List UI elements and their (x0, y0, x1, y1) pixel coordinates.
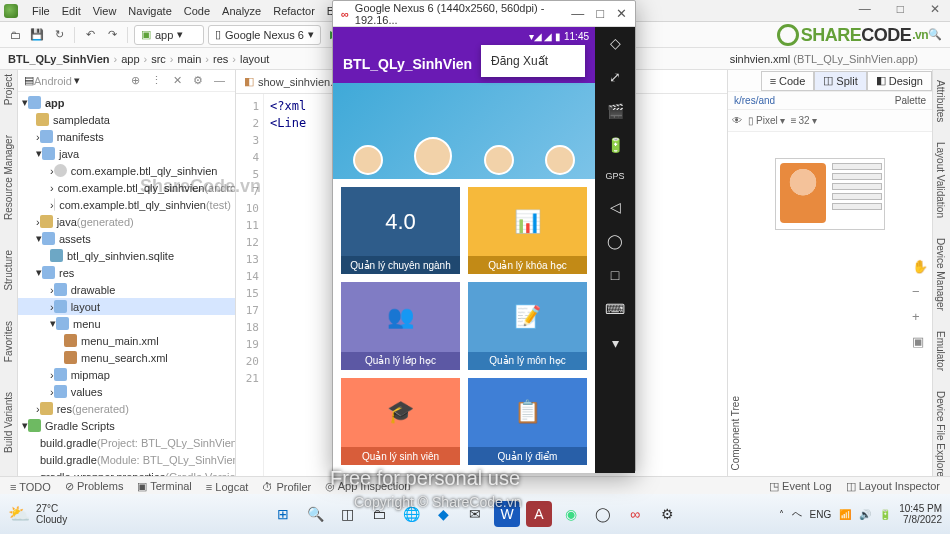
rail-build-variants[interactable]: Build Variants (3, 392, 14, 453)
emu-max-icon[interactable]: □ (596, 6, 604, 21)
tile-diem[interactable]: 📋Quản lý điểm (468, 378, 587, 465)
keyboard-icon[interactable]: ⌨ (605, 301, 625, 317)
rail-palette[interactable]: Palette (895, 95, 926, 106)
rail-device-file-explorer[interactable]: Device File Explorer (933, 381, 948, 490)
hand-icon[interactable]: ✋ (912, 259, 928, 274)
save-icon[interactable]: 💾 (28, 26, 46, 44)
start-icon[interactable]: ⊞ (270, 501, 296, 527)
mode-design[interactable]: ◧Design (867, 71, 932, 91)
rail-resource-manager[interactable]: Resource Manager (3, 135, 14, 220)
tile-lop-hoc[interactable]: 👥Quản lý lớp học (341, 282, 460, 369)
open-icon[interactable]: 🗀 (6, 26, 24, 44)
settings-taskbar-icon[interactable]: ⚙ (654, 501, 680, 527)
crumb-project[interactable]: BTL_QLy_SinhVien (8, 53, 109, 65)
sync-icon[interactable]: ↻ (50, 26, 68, 44)
battery-emu-icon[interactable]: 🔋 (607, 137, 624, 153)
search-taskbar-icon[interactable]: 🔍 (302, 501, 328, 527)
menu-edit[interactable]: Edit (56, 5, 87, 17)
tab-problems[interactable]: ⊘ Problems (65, 480, 124, 493)
rail-component-tree[interactable]: Component Tree (730, 396, 741, 471)
rail-device-manager[interactable]: Device Manager (933, 228, 948, 321)
taskbar-weather[interactable]: ⛅ 27°CCloudy (8, 503, 67, 525)
rail-emulator[interactable]: Emulator (933, 321, 948, 381)
battery-icon[interactable]: 🔋 (879, 509, 891, 520)
panel-tools[interactable]: ⊕ ⋮ ✕ ⚙ — (131, 74, 229, 87)
chrome-icon[interactable]: ◯ (590, 501, 616, 527)
tab-layout-inspector[interactable]: ◫ Layout Inspector (846, 480, 940, 493)
code-icon: ≡ (770, 75, 776, 87)
crumb-main[interactable]: main (178, 53, 202, 65)
menu-code[interactable]: Code (178, 5, 216, 17)
more-icon[interactable]: ▾ (612, 335, 619, 351)
recents-nav-icon[interactable]: □ (611, 267, 619, 283)
rotate-icon[interactable]: ◇ (610, 35, 621, 51)
menu-navigate[interactable]: Navigate (122, 5, 177, 17)
rail-structure[interactable]: Structure (3, 250, 14, 291)
android-studio-taskbar-icon[interactable]: ◉ (558, 501, 584, 527)
emulator-window[interactable]: ∞ Google Nexus 6 (1440x2560, 560dpi) - 1… (332, 0, 636, 472)
crumb-layout[interactable]: layout (240, 53, 269, 65)
emulator-titlebar[interactable]: ∞ Google Nexus 6 (1440x2560, 560dpi) - 1… (333, 1, 635, 27)
gps-icon[interactable]: GPS (605, 171, 624, 181)
rail-project[interactable]: Project (3, 74, 14, 105)
home-nav-icon[interactable]: ◯ (607, 233, 623, 249)
tab-event-log[interactable]: ◳ Event Log (769, 480, 832, 493)
back-nav-icon[interactable]: ◁ (610, 199, 621, 215)
menu-view[interactable]: View (87, 5, 123, 17)
tray-chevron-icon[interactable]: ˄ (779, 509, 784, 520)
zoom-plus-icon[interactable]: + (912, 309, 928, 324)
tray-lang2[interactable]: ENG (810, 509, 832, 520)
window-maximize-icon[interactable]: □ (891, 2, 910, 16)
tab-profiler[interactable]: ⏱ Profiler (262, 481, 311, 493)
tile-chuyen-nganh[interactable]: 4.0Quản lý chuyên ngành (341, 187, 460, 274)
run-config-dropdown[interactable]: ▣ app ▾ (134, 25, 204, 45)
zoom-minus-icon[interactable]: − (912, 284, 928, 299)
fit-icon[interactable]: ▣ (912, 334, 928, 349)
emu-min-icon[interactable]: — (571, 6, 584, 21)
crumb-src[interactable]: src (151, 53, 166, 65)
access-icon[interactable]: A (526, 501, 552, 527)
project-tree[interactable]: ▾app sampledata ›manifests ▾java ›com.ex… (18, 92, 235, 476)
rail-layout-validation[interactable]: Layout Validation (933, 132, 948, 228)
line-gutter: 123 45 7 101112 131415 1718 192021 (236, 94, 264, 476)
phone-screen[interactable]: ▾◢ ◢ ▮ 11:45 BTL_QLy_SinhVien Đăng Xuất … (333, 27, 595, 473)
tab-logcat[interactable]: ≡ Logcat (206, 481, 249, 493)
mode-code[interactable]: ≡Code (761, 71, 815, 91)
device-dropdown[interactable]: ▯ Google Nexus 6 ▾ (208, 25, 321, 45)
wifi-icon[interactable]: 📶 (839, 509, 851, 520)
rail-attributes[interactable]: Attributes (933, 70, 948, 132)
crumb-app[interactable]: app (121, 53, 139, 65)
emu-close-icon[interactable]: ✕ (616, 6, 627, 21)
eye-icon[interactable]: 👁 (732, 115, 742, 126)
window-close-icon[interactable]: ✕ (924, 2, 946, 16)
tab-terminal[interactable]: ▣ Terminal (137, 480, 191, 493)
volume-icon[interactable]: 🔊 (859, 509, 871, 520)
tray-lang1[interactable]: へ (792, 507, 802, 521)
project-view-selector[interactable]: Android (34, 75, 72, 87)
search-icon[interactable]: 🔍 (926, 26, 944, 44)
phone-grid: 4.0Quản lý chuyên ngành 📊Quản lý khóa họ… (333, 179, 595, 473)
undo-icon[interactable]: ↶ (81, 26, 99, 44)
tile-mon-hoc[interactable]: 📝Quản lý môn học (468, 282, 587, 369)
tray-clock[interactable]: 10:45 PM7/8/2022 (899, 503, 942, 525)
menu-file[interactable]: File (26, 5, 56, 17)
redo-icon[interactable]: ↷ (103, 26, 121, 44)
phone-menu-logout[interactable]: Đăng Xuất (481, 45, 585, 77)
mode-split[interactable]: ◫Split (814, 71, 866, 91)
camera-icon[interactable]: 🎬 (607, 103, 624, 119)
system-tray: ˄ へ ENG 📶 🔊 🔋 10:45 PM7/8/2022 (779, 503, 942, 525)
fullscreen-icon[interactable]: ⤢ (609, 69, 621, 85)
layout-preview[interactable] (775, 158, 885, 230)
tile-sinh-vien[interactable]: 🎓Quản lý sinh viên (341, 378, 460, 465)
rail-favorites[interactable]: Favorites (3, 321, 14, 362)
project-panel: ▤ Android ▾ ⊕ ⋮ ✕ ⚙ — ▾app sampledata ›m… (18, 70, 236, 476)
menu-analyze[interactable]: Analyze (216, 5, 267, 17)
design-pane: ≡Code ◫Split ◧Design k/res/and Palette 👁… (727, 70, 932, 476)
emulator-taskbar-icon[interactable]: ∞ (622, 501, 648, 527)
chevron-down-icon: ▾ (308, 28, 314, 41)
crumb-res[interactable]: res (213, 53, 228, 65)
window-minimize-icon[interactable]: — (853, 2, 877, 16)
tab-todo[interactable]: ≡ TODO (10, 481, 51, 493)
menu-refactor[interactable]: Refactor (267, 5, 321, 17)
tile-khoa-hoc[interactable]: 📊Quản lý khóa học (468, 187, 587, 274)
